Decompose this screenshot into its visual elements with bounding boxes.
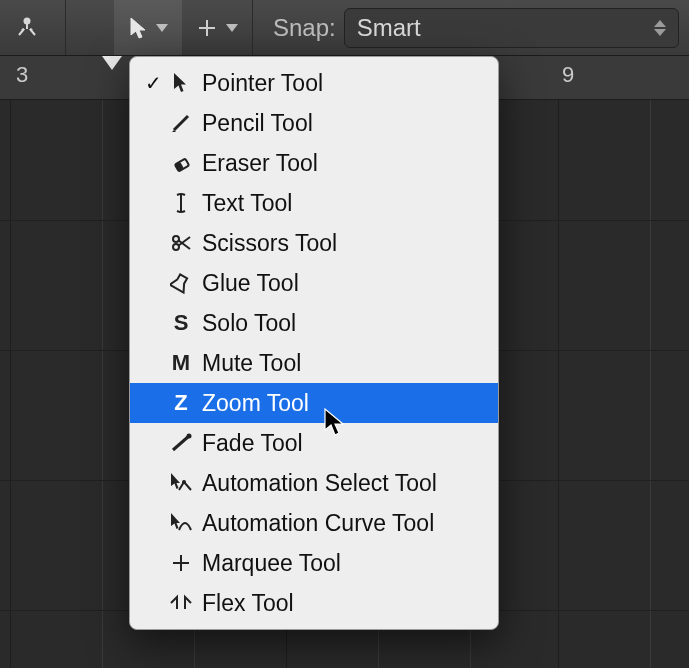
menu-item-label: Zoom Tool — [202, 390, 309, 417]
menu-item-label: Mute Tool — [202, 350, 301, 377]
snap-select[interactable]: Smart — [344, 8, 679, 48]
ruler-tick: 9 — [562, 62, 574, 88]
fade-icon — [166, 432, 196, 454]
letter-M-icon: M — [166, 350, 196, 376]
eraser-icon — [166, 152, 196, 174]
snap-label: Snap: — [273, 14, 336, 42]
catch-playhead-icon — [14, 15, 40, 41]
tool-menu-item[interactable]: Automation Select Tool — [130, 463, 498, 503]
ruler-tick: 3 — [16, 62, 28, 88]
tool-menu-item[interactable]: Pencil Tool — [130, 103, 498, 143]
menu-item-label: Glue Tool — [202, 270, 299, 297]
catch-playhead-button[interactable] — [0, 0, 54, 55]
snap-value: Smart — [357, 14, 421, 42]
tool-menu-item[interactable]: Eraser Tool — [130, 143, 498, 183]
auto-select-icon — [166, 472, 196, 494]
svg-point-0 — [24, 17, 31, 24]
tool-menu-item[interactable]: Scissors Tool — [130, 223, 498, 263]
toolbar: Snap: Smart — [0, 0, 689, 56]
menu-item-label: Scissors Tool — [202, 230, 337, 257]
text-icon — [166, 192, 196, 214]
tool-menu-item[interactable]: Flex Tool — [130, 583, 498, 623]
flex-icon — [166, 593, 196, 613]
svg-line-1 — [174, 116, 188, 130]
tool-menu-item[interactable]: Automation Curve Tool — [130, 503, 498, 543]
menu-item-label: Pencil Tool — [202, 110, 313, 137]
marquee-icon — [196, 17, 218, 39]
menu-item-label: Solo Tool — [202, 310, 296, 337]
tool-menu: ✓Pointer ToolPencil ToolEraser ToolText … — [129, 56, 499, 630]
tool-menu-item[interactable]: MMute Tool — [130, 343, 498, 383]
tool-menu-item[interactable]: Glue Tool — [130, 263, 498, 303]
tool-menu-item[interactable]: ✓Pointer Tool — [130, 63, 498, 103]
menu-item-label: Text Tool — [202, 190, 292, 217]
letter-Z-icon: Z — [166, 390, 196, 416]
check-icon: ✓ — [140, 71, 166, 95]
menu-item-label: Pointer Tool — [202, 70, 323, 97]
glue-icon — [166, 272, 196, 294]
menu-item-label: Marquee Tool — [202, 550, 341, 577]
left-click-tool-button[interactable] — [114, 0, 182, 55]
playhead-marker[interactable] — [102, 56, 122, 70]
pointer-icon — [166, 72, 196, 94]
tool-menu-item[interactable]: Marquee Tool — [130, 543, 498, 583]
menu-item-label: Automation Curve Tool — [202, 510, 434, 537]
auto-curve-icon — [166, 512, 196, 534]
svg-point-11 — [187, 434, 192, 439]
chevron-down-icon — [226, 24, 238, 32]
menu-item-label: Flex Tool — [202, 590, 294, 617]
menu-item-label: Eraser Tool — [202, 150, 318, 177]
marquee-icon — [166, 552, 196, 574]
tool-menu-item[interactable]: Text Tool — [130, 183, 498, 223]
svg-point-12 — [182, 480, 186, 484]
svg-line-10 — [173, 436, 189, 450]
letter-S-icon: S — [166, 310, 196, 336]
pointer-icon — [128, 16, 148, 40]
scissors-icon — [166, 232, 196, 254]
menu-item-label: Automation Select Tool — [202, 470, 437, 497]
chevron-down-icon — [156, 24, 168, 32]
stepper-icon — [654, 13, 672, 43]
cmd-click-tool-button[interactable] — [182, 0, 252, 55]
pencil-icon — [166, 112, 196, 134]
tool-menu-item[interactable]: ZZoom Tool — [130, 383, 498, 423]
menu-item-label: Fade Tool — [202, 430, 303, 457]
tool-menu-item[interactable]: Fade Tool — [130, 423, 498, 463]
tool-menu-item[interactable]: SSolo Tool — [130, 303, 498, 343]
